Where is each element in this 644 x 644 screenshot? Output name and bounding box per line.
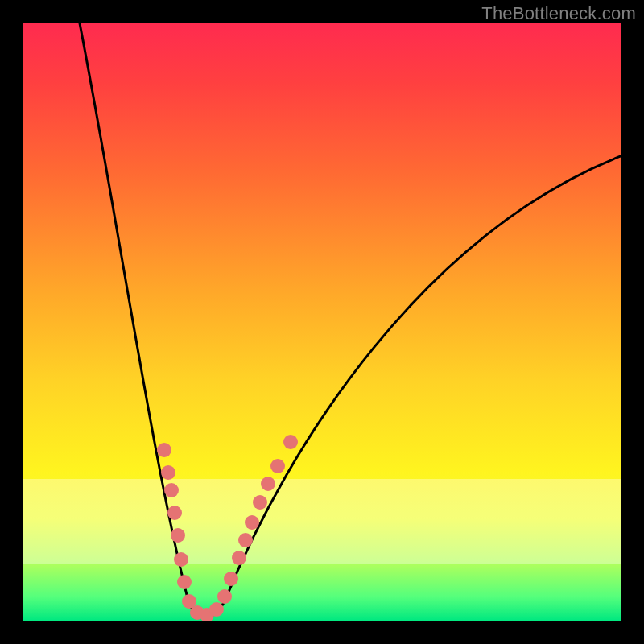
curve-marker [177, 575, 192, 589]
curve-marker [167, 506, 182, 520]
curve-markers [157, 435, 298, 621]
curve-marker [174, 552, 188, 567]
curve-marker [283, 435, 298, 449]
curve-marker [161, 465, 175, 480]
curve-marker [261, 477, 275, 491]
curve-marker [171, 528, 185, 543]
curve-marker [224, 572, 238, 586]
curve-marker [253, 495, 267, 510]
curve-marker [157, 443, 171, 457]
curve-marker [217, 589, 232, 604]
curve-marker [270, 459, 285, 473]
watermark-text: TheBottleneck.com [481, 3, 636, 24]
bottleneck-chart [23, 23, 621, 621]
curve-marker [232, 551, 246, 565]
curve-marker [238, 533, 253, 547]
bottleneck-curve [80, 23, 621, 617]
curve-marker [245, 515, 259, 530]
curve-marker [209, 602, 224, 617]
curve-marker [164, 483, 179, 497]
